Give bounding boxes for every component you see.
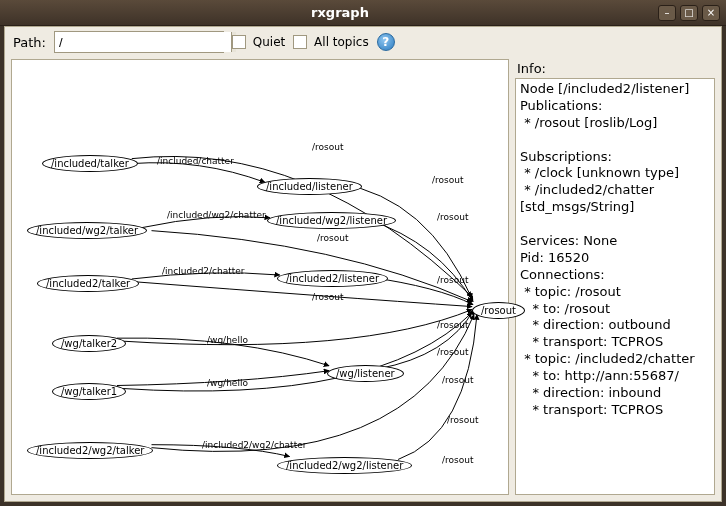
- info-text[interactable]: Node [/included2/listener] Publications:…: [515, 78, 715, 495]
- toolbar: Path: ▾ Quiet All topics ?: [5, 27, 721, 57]
- edge-label-included-wg2-chatter: /included/wg2/chatter: [167, 210, 266, 220]
- edge-label-included2-wg2-chatter: /included2/wg2/chatter: [202, 440, 306, 450]
- edge-label-rosout-5: /rosout: [312, 292, 343, 302]
- node-included2-listener[interactable]: /included2/listener: [277, 270, 388, 287]
- minimize-icon: –: [665, 8, 670, 18]
- edge-label-rosout-4: /rosout: [437, 212, 468, 222]
- node-included-talker[interactable]: /included/talker: [42, 155, 138, 172]
- edge-label-included-chatter: /included/chatter: [157, 156, 234, 166]
- node-included-wg2-listener[interactable]: /included/wg2/listener: [267, 212, 396, 229]
- graph-canvas[interactable]: /included/talker /included/listener /inc…: [11, 59, 509, 495]
- path-combo[interactable]: ▾: [54, 31, 224, 53]
- all-topics-checkbox[interactable]: [293, 35, 307, 49]
- quiet-checkbox[interactable]: [232, 35, 246, 49]
- node-included2-talker[interactable]: /included2/talker: [37, 275, 139, 292]
- edge-label-rosout-1: /rosout: [312, 142, 343, 152]
- edge-label-rosout-9: /rosout: [442, 375, 473, 385]
- app-frame: Path: ▾ Quiet All topics ?: [4, 26, 722, 502]
- node-included2-wg2-listener[interactable]: /included2/wg2/listener: [277, 457, 412, 474]
- maximize-button[interactable]: □: [680, 5, 698, 21]
- minimize-button[interactable]: –: [658, 5, 676, 21]
- edge-label-wg-hello-b: /wg/hello: [207, 378, 248, 388]
- body: /included/talker /included/listener /inc…: [5, 57, 721, 501]
- edge-label-rosout-10: /rosout: [447, 415, 478, 425]
- node-rosout[interactable]: /rosout: [472, 302, 525, 319]
- path-label: Path:: [13, 35, 46, 50]
- all-topics-checkbox-wrap[interactable]: All topics: [293, 35, 368, 50]
- node-included-wg2-talker[interactable]: /included/wg2/talker: [27, 222, 147, 239]
- info-panel: Info: Node [/included2/listener] Publica…: [515, 59, 715, 495]
- edge-label-included2-chatter: /included2/chatter: [162, 266, 245, 276]
- quiet-checkbox-wrap[interactable]: Quiet: [232, 35, 285, 50]
- window-title: rxgraph: [22, 5, 658, 20]
- edge-label-rosout-8: /rosout: [437, 347, 468, 357]
- node-wg-talker2[interactable]: /wg/talker2: [52, 335, 126, 352]
- node-included2-wg2-talker[interactable]: /included2/wg2/talker: [27, 442, 153, 459]
- edge-label-wg-hello-a: /wg/hello: [207, 335, 248, 345]
- edge-label-rosout-3: /rosout: [317, 233, 348, 243]
- titlebar: rxgraph – □ ×: [0, 0, 726, 26]
- close-icon: ×: [707, 8, 715, 18]
- info-header: Info:: [515, 59, 715, 78]
- maximize-icon: □: [684, 8, 693, 18]
- close-button[interactable]: ×: [702, 5, 720, 21]
- node-wg-talker1[interactable]: /wg/talker1: [52, 383, 126, 400]
- edge-label-rosout-7: /rosout: [437, 320, 468, 330]
- help-icon[interactable]: ?: [377, 33, 395, 51]
- window-buttons: – □ ×: [658, 5, 720, 21]
- all-topics-label: All topics: [314, 35, 369, 49]
- edge-label-rosout-2: /rosout: [432, 175, 463, 185]
- edge-label-rosout-11: /rosout: [442, 455, 473, 465]
- path-input[interactable]: [55, 32, 231, 52]
- node-included-listener[interactable]: /included/listener: [257, 178, 362, 195]
- quiet-label: Quiet: [253, 35, 285, 49]
- node-wg-listener[interactable]: /wg/listener: [327, 365, 404, 382]
- edge-label-rosout-6: /rosout: [437, 275, 468, 285]
